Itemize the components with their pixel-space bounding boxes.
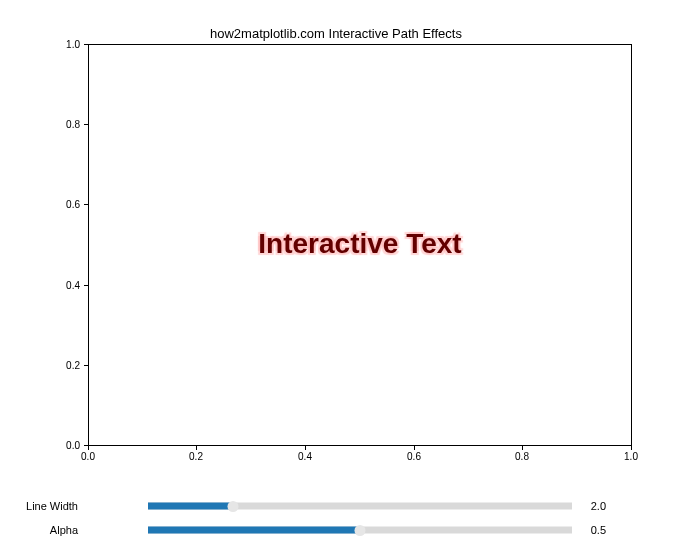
x-tickmark bbox=[305, 446, 306, 450]
plot-axes: Interactive Text bbox=[88, 44, 632, 446]
y-tick-label: 0.4 bbox=[66, 280, 80, 291]
slider-track[interactable] bbox=[148, 527, 572, 534]
slider-fill bbox=[148, 527, 360, 534]
slider-handle[interactable] bbox=[227, 501, 238, 512]
y-tickmark bbox=[84, 124, 88, 125]
x-tickmark bbox=[522, 446, 523, 450]
y-tickmark bbox=[84, 285, 88, 286]
y-tickmark bbox=[84, 204, 88, 205]
y-tick-label: 0.0 bbox=[66, 440, 80, 451]
slider-line-width[interactable]: Line Width 2.0 bbox=[88, 498, 632, 514]
slider-handle[interactable] bbox=[355, 525, 366, 536]
x-tick-label: 1.0 bbox=[624, 451, 638, 462]
x-tick-label: 0.2 bbox=[189, 451, 203, 462]
slider-fill bbox=[148, 503, 233, 510]
y-tick-label: 1.0 bbox=[66, 39, 80, 50]
x-tickmark bbox=[414, 446, 415, 450]
x-tick-label: 0.0 bbox=[81, 451, 95, 462]
slider-label: Line Width bbox=[26, 500, 78, 512]
x-tick-label: 0.6 bbox=[407, 451, 421, 462]
chart-title: how2matplotlib.com Interactive Path Effe… bbox=[0, 26, 672, 41]
y-tick-label: 0.6 bbox=[66, 199, 80, 210]
y-tickmark bbox=[84, 365, 88, 366]
figure: how2matplotlib.com Interactive Path Effe… bbox=[0, 0, 700, 560]
slider-value: 2.0 bbox=[591, 500, 606, 512]
x-tick-label: 0.4 bbox=[298, 451, 312, 462]
x-tickmark bbox=[88, 446, 89, 450]
x-tickmark bbox=[631, 446, 632, 450]
y-tickmark bbox=[84, 44, 88, 45]
slider-value: 0.5 bbox=[591, 524, 606, 536]
slider-alpha[interactable]: Alpha 0.5 bbox=[88, 522, 632, 538]
y-tick-label: 0.2 bbox=[66, 360, 80, 371]
y-tick-label: 0.8 bbox=[66, 119, 80, 130]
x-tickmark bbox=[196, 446, 197, 450]
y-tickmark bbox=[84, 445, 88, 446]
slider-track[interactable] bbox=[148, 503, 572, 510]
x-tick-label: 0.8 bbox=[515, 451, 529, 462]
center-text: Interactive Text bbox=[258, 228, 461, 260]
slider-label: Alpha bbox=[50, 524, 78, 536]
